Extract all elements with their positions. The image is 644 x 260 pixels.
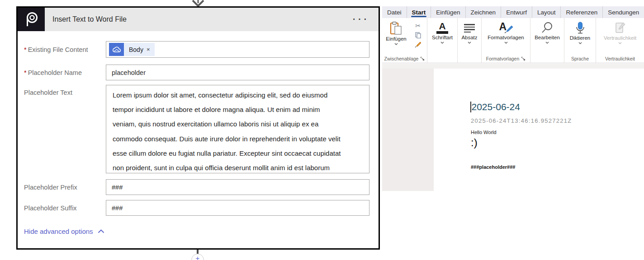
tab-sendungen[interactable]: Sendungen	[603, 6, 644, 18]
ribbon-tab-bar: Datei Start Einfügen Zeichnen Entwurf La…	[382, 6, 644, 18]
placeholder-text-textarea[interactable]: Lorem ipsum dolor sit amet, consectetur …	[106, 85, 369, 173]
document-heading: 2025-06-24	[470, 102, 520, 112]
paste-button[interactable]: Einfügen	[382, 18, 410, 48]
dictate-button[interactable]: Diktieren	[564, 18, 596, 44]
styles-group: A Formatvorlagen Formatvorlagen	[482, 18, 530, 63]
paragraph-group: Absatz	[458, 18, 482, 63]
placeholder-prefix-value: ###	[112, 184, 123, 191]
plus-icon: +	[196, 254, 200, 260]
action-title: Insert Text to Word File	[52, 15, 127, 23]
ribbon: Einfügen ✂ Zwischenablage	[382, 18, 644, 63]
chevron-down-icon	[504, 42, 508, 44]
placeholder-prefix-input[interactable]: ###	[106, 179, 369, 195]
styles-group-label: Formatvorlagen	[486, 56, 520, 61]
paste-clipboard-icon	[390, 22, 402, 35]
required-marker: *	[24, 69, 27, 76]
copy-icon[interactable]	[415, 32, 421, 38]
chevron-down-icon	[394, 43, 398, 45]
word-window: Datei Start Einfügen Zeichnen Entwurf La…	[382, 0, 644, 260]
font-underline-bar	[436, 31, 448, 34]
cut-scissors-icon[interactable]: ✂	[415, 23, 421, 29]
document-placeholder-line: ###placeholder###	[471, 164, 515, 170]
sensitivity-button: Vertraulichkeit	[596, 18, 644, 44]
existing-file-content-label: * Existing File Content	[24, 41, 105, 58]
flow-arrow-icon	[189, 0, 207, 7]
language-group-label: Sprache	[571, 56, 589, 61]
placeholder-name-label: * Placeholder Name	[24, 65, 105, 80]
token-label: Body	[124, 46, 147, 53]
search-icon	[541, 22, 553, 34]
chevron-down-icon	[440, 42, 444, 44]
placeholder-prefix-label: Placeholder Prefix	[24, 179, 105, 195]
styles-button[interactable]: A Formatvorlagen	[482, 18, 530, 44]
token-close-icon[interactable]: ×	[147, 46, 155, 53]
document-margin-area	[382, 69, 434, 191]
font-group: A Schriftart	[427, 18, 458, 63]
tab-entwurf[interactable]: Entwurf	[501, 6, 532, 18]
font-icon: A	[439, 22, 445, 31]
paragraph-button[interactable]: Absatz	[458, 18, 481, 44]
plumsail-logo-icon	[24, 11, 39, 28]
connector-logo	[18, 8, 45, 31]
tab-datei[interactable]: Datei	[382, 6, 407, 18]
dialog-launcher-icon[interactable]	[521, 56, 526, 61]
styles-icon: A	[498, 22, 514, 34]
tab-einfuegen[interactable]: Einfügen	[431, 6, 465, 18]
sensitivity-group: Vertraulichkeit Vertraulichkeit	[596, 18, 644, 63]
insert-step-button[interactable]: +	[191, 254, 204, 260]
font-button[interactable]: A Schriftart	[427, 18, 457, 44]
hide-advanced-options-link[interactable]: Hide advanced options	[24, 228, 104, 235]
dialog-launcher-icon[interactable]	[420, 56, 425, 61]
placeholder-suffix-value: ###	[112, 204, 123, 212]
action-card: Insert Text to Word File ··· * Existing …	[16, 6, 380, 250]
format-painter-icon[interactable]	[415, 42, 421, 48]
chevron-down-icon	[618, 42, 622, 44]
editing-button[interactable]: Bearbeiten	[530, 18, 564, 44]
action-card-header: Insert Text to Word File ···	[18, 8, 379, 31]
placeholder-text-label: Placeholder Text	[24, 85, 105, 100]
chevron-down-icon	[468, 42, 471, 44]
existing-file-content-input[interactable]: Body ×	[106, 41, 369, 58]
editing-group: Bearbeiten	[530, 18, 564, 63]
lorem-line: non proident, sunt in culpa qui officia …	[113, 161, 330, 175]
lorem-line: tempor incididunt ut labore et dolore ma…	[113, 102, 320, 117]
microphone-icon	[575, 22, 585, 34]
ribbon-bottom-strip	[382, 64, 644, 69]
placeholder-suffix-input[interactable]: ###	[106, 200, 369, 216]
lorem-line: Lorem ipsum dolor sit amet, consectetur …	[113, 88, 327, 102]
lorem-line: veniam, quis nostrud exercitation ullamc…	[113, 117, 318, 131]
clipboard-group-label: Zwischenablage	[384, 56, 419, 61]
placeholder-name-value: placeholder	[112, 69, 146, 76]
document-timestamp: 2025-06-24T13:46:16.9527221Z	[471, 117, 572, 124]
required-marker: *	[24, 46, 27, 53]
placeholder-suffix-label: Placeholder Suffix	[24, 200, 105, 216]
body-token[interactable]: Body ×	[109, 43, 155, 56]
placeholder-name-input[interactable]: placeholder	[106, 65, 369, 80]
document-hello-line: Hello World	[471, 130, 497, 135]
clipboard-group: Einfügen ✂ Zwischenablage	[382, 18, 427, 63]
chevron-down-icon	[578, 42, 582, 44]
tab-zeichnen[interactable]: Zeichnen	[466, 6, 502, 18]
language-group: Diktieren Sprache	[564, 18, 596, 63]
chevron-down-icon	[545, 42, 549, 44]
sensitivity-badge-icon	[614, 22, 626, 34]
tab-layout[interactable]: Layout	[532, 6, 561, 18]
tab-start[interactable]: Start	[407, 6, 431, 18]
lorem-line: esse cillum dolore eu fugiat nulla paria…	[113, 146, 341, 161]
document-page[interactable]: 2025-06-24 2025-06-24T13:46:16.9527221Z …	[434, 69, 644, 260]
document-smiley-line: :)	[471, 136, 478, 149]
action-menu-ellipsis-icon[interactable]: ···	[353, 13, 369, 26]
paragraph-icon	[464, 22, 475, 32]
tab-referenzen[interactable]: Referenzen	[561, 6, 603, 18]
onedrive-cloud-icon	[109, 43, 124, 56]
lorem-line: commodo consequat. Duis aute irure dolor…	[113, 132, 341, 146]
text-cursor	[470, 102, 471, 112]
chevron-up-icon	[98, 229, 104, 233]
sensitivity-group-label: Vertraulichkeit	[605, 56, 635, 61]
